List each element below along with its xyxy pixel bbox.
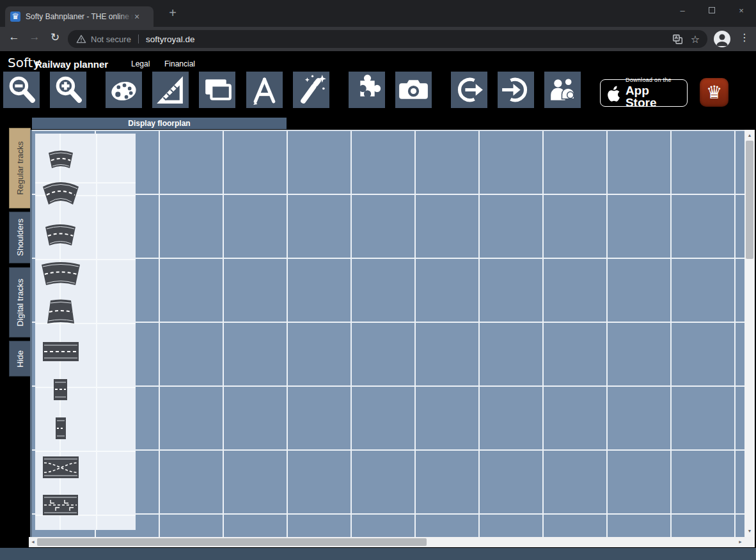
track-piece-connection-track[interactable] — [43, 495, 78, 515]
screenshot-camera-button[interactable] — [395, 72, 432, 108]
horizontal-scrollbar-thumb[interactable] — [37, 538, 427, 546]
appstore-line1: Download on the — [626, 77, 681, 83]
scroll-down-arrow[interactable]: ▼ — [744, 527, 755, 536]
tab-label: Shoulders — [15, 219, 25, 256]
omnibox-separator — [138, 35, 139, 43]
track-piece-lane-change-crossing[interactable] — [43, 456, 79, 478]
community-people-button[interactable] — [544, 72, 581, 108]
browser-menu-button[interactable]: ⋮ — [739, 31, 750, 43]
drawing-tools-icon — [246, 72, 283, 108]
track-piece-straight-long[interactable] — [43, 342, 79, 361]
not-secure-warning-icon — [76, 35, 86, 43]
page-footer-bar — [0, 548, 756, 560]
zoom-in-button[interactable] — [50, 72, 86, 108]
tab-label: Digital tracks — [15, 279, 25, 326]
page-title: Railway planner — [35, 59, 108, 70]
tab-label: Regular tracks — [15, 141, 25, 195]
drawing-tools-button[interactable] — [246, 72, 283, 108]
window-minimize-button[interactable]: – — [668, 0, 697, 20]
window-close-button[interactable]: × — [727, 0, 756, 20]
sidebar-tab-shoulders[interactable]: Shoulders — [9, 212, 31, 263]
horizontal-scrollbar[interactable]: ◄ ► — [29, 537, 744, 547]
nav-link-legal[interactable]: Legal — [131, 59, 150, 68]
display-floorplan-button[interactable]: Display floorplan — [32, 118, 287, 129]
scroll-right-arrow[interactable]: ► — [736, 537, 744, 547]
nav-link-financial[interactable]: Financial — [164, 59, 195, 68]
zoom-out-icon — [3, 72, 40, 108]
browser-tab-strip: ♛ Softy Bahnplaner - THE online ro × + –… — [0, 0, 756, 27]
sidebar-tab-digital-tracks[interactable]: Digital tracks — [9, 267, 31, 338]
zoom-in-icon — [50, 72, 86, 108]
tab-title: Softy Bahnplaner - THE online ro — [26, 12, 133, 21]
appstore-line2: App Store — [626, 84, 681, 109]
floorplan-canvas[interactable] — [32, 130, 744, 537]
tab-label: Hide — [15, 350, 25, 368]
page-content: Softy Railway planner Legal Financial — [0, 51, 756, 560]
export-button[interactable] — [451, 72, 487, 108]
site-favicon-icon: ♛ — [10, 12, 20, 22]
people-icon — [544, 72, 581, 108]
plugins-puzzle-button[interactable] — [349, 72, 385, 108]
track-piece-curve-narrow-steep[interactable] — [45, 298, 77, 326]
scrollbar-corner — [744, 537, 755, 547]
camera-icon — [395, 72, 432, 108]
import-button[interactable] — [498, 72, 534, 108]
puzzle-icon — [349, 72, 385, 108]
tab-close-icon[interactable]: × — [134, 12, 139, 22]
magic-wand-button[interactable] — [293, 72, 329, 108]
palette-icon — [106, 72, 142, 108]
url-text[interactable]: softyroyal.de — [146, 35, 195, 44]
scroll-up-arrow[interactable]: ▲ — [744, 131, 755, 140]
security-label: Not secure — [91, 35, 131, 44]
track-piece-curve-wide-large[interactable] — [41, 179, 81, 207]
bookmark-star-icon[interactable]: ☆ — [691, 33, 700, 45]
window-maximize-button[interactable] — [697, 0, 727, 20]
browser-tab[interactable]: ♛ Softy Bahnplaner - THE online ro × — [5, 6, 154, 27]
forward-button[interactable]: → — [26, 31, 43, 43]
softy-app-logo[interactable]: ♛ — [700, 78, 728, 107]
maximize-icon — [709, 7, 715, 13]
profile-avatar[interactable] — [714, 31, 730, 47]
translate-icon[interactable] — [672, 34, 683, 45]
window-controls: – × — [668, 0, 756, 20]
sidebar-tab-hide[interactable]: Hide — [9, 341, 31, 377]
appstore-badge[interactable]: Download on the App Store — [600, 79, 688, 107]
track-piece-curve-narrow-small[interactable] — [46, 148, 75, 171]
apple-logo-icon — [607, 84, 620, 102]
address-bar[interactable]: Not secure softyroyal.de ☆ — [68, 30, 707, 48]
color-palette-button[interactable] — [106, 72, 142, 108]
zoom-out-button[interactable] — [3, 72, 40, 108]
frames-icon — [199, 72, 235, 108]
sidebar-tab-regular-tracks[interactable]: Regular tracks — [9, 128, 31, 208]
new-tab-button[interactable]: + — [165, 5, 180, 20]
vertical-scrollbar[interactable]: ▲ ▼ — [744, 130, 755, 537]
export-icon — [451, 72, 487, 108]
track-piece-straight-quarter[interactable] — [56, 417, 66, 439]
track-piece-curve-medium[interactable] — [43, 221, 78, 248]
set-square-button[interactable] — [152, 72, 189, 108]
set-square-icon — [152, 72, 189, 108]
track-piece-straight-short[interactable] — [54, 379, 67, 400]
vertical-scrollbar-thumb[interactable] — [746, 141, 753, 259]
reload-button[interactable]: ↻ — [47, 31, 63, 44]
back-button[interactable]: ← — [6, 31, 22, 43]
import-icon — [498, 72, 534, 108]
frames-button[interactable] — [199, 72, 235, 108]
magic-wand-icon — [293, 72, 329, 108]
person-icon — [714, 31, 730, 47]
track-piece-curve-wide-gentle[interactable] — [40, 258, 82, 288]
scroll-left-arrow[interactable]: ◄ — [29, 537, 37, 547]
